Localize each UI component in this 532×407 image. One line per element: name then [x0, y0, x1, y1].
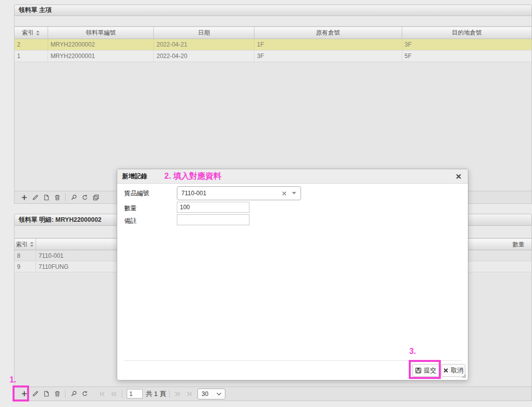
main-row[interactable]: 1 MRYH22000001 2022-04-20 3F 5F [14, 51, 532, 62]
cell-order-no: MRYH22000001 [48, 51, 154, 62]
close-icon[interactable] [454, 172, 463, 181]
sort-icon [30, 241, 34, 247]
note-input[interactable] [177, 214, 249, 225]
resize-handle[interactable] [461, 373, 466, 378]
sort-icon [36, 30, 40, 36]
edit-icon[interactable] [30, 389, 41, 399]
main-grid-header: 索引 領料單編號 日期 原有倉號 目的地倉號 [14, 27, 532, 39]
main-col-from-wh[interactable]: 原有倉號 [254, 27, 402, 39]
dialog-titlebar[interactable]: 新增記錄 2. 填入對應資料 [117, 169, 468, 184]
dialog-footer-divider [124, 360, 462, 361]
detail-toolbar: 共 1 頁 30 [14, 386, 532, 401]
chevron-down-icon[interactable] [292, 192, 297, 195]
cell-date: 2022-04-21 [154, 39, 254, 50]
annotation-step2: 2. 填入對應資料 [164, 171, 221, 182]
pager-last-icon[interactable] [183, 389, 194, 399]
pager-next-icon[interactable] [172, 389, 183, 399]
annotation-step1: 1. [10, 375, 16, 384]
detail-panel-title: 領料單 明細: MRYH22000002 [19, 216, 102, 224]
add-icon[interactable] [19, 389, 30, 399]
annotation-step3: 3. [409, 347, 416, 356]
cell-index: 1 [15, 51, 48, 62]
item-code-value: 7110-001 [181, 190, 206, 197]
main-col-to-wh[interactable]: 目的地倉號 [402, 27, 532, 39]
cancel-x-icon [443, 368, 448, 373]
clear-icon[interactable] [282, 191, 287, 196]
quantity-input[interactable] [177, 202, 249, 213]
chevron-down-icon [216, 392, 221, 395]
pager-first-icon[interactable] [97, 389, 108, 399]
toolbar-separator [65, 390, 66, 398]
cell-index: 8 [15, 250, 36, 261]
cell-from-wh: 3F [254, 51, 402, 62]
delete-icon[interactable] [52, 192, 63, 202]
delete-icon[interactable] [52, 389, 63, 399]
submit-button[interactable]: 提交 [412, 364, 439, 377]
refresh-icon[interactable] [79, 192, 90, 202]
save-icon [415, 367, 421, 373]
cell-to-wh: 5F [402, 51, 532, 62]
cell-from-wh: 1F [254, 39, 402, 50]
quantity-label: 數量 [124, 204, 137, 213]
cell-to-wh: 3F [402, 39, 532, 50]
detail-col-index[interactable]: 索引 [15, 239, 36, 250]
cell-order-no: MRYH22000002 [48, 39, 154, 50]
toolbar-separator [169, 390, 170, 398]
view-icon[interactable] [41, 389, 52, 399]
dialog-title: 新增記錄 [122, 172, 147, 181]
page-size-select[interactable]: 30 [197, 388, 225, 399]
cell-index: 2 [15, 39, 48, 50]
main-col-order-no[interactable]: 領料單編號 [48, 27, 154, 39]
main-col-date[interactable]: 日期 [154, 27, 254, 39]
search-icon[interactable] [68, 192, 79, 202]
item-code-combobox[interactable]: 7110-001 [177, 186, 301, 200]
toolbar-separator [122, 390, 122, 398]
add-icon[interactable] [19, 192, 30, 202]
refresh-icon[interactable] [79, 389, 90, 399]
app-window: 領料單 主項 索引 領料單編號 日期 原有倉號 目的地倉號 2 MRYH2200… [0, 0, 532, 407]
edit-icon[interactable] [30, 192, 41, 202]
main-col-index[interactable]: 索引 [15, 27, 48, 39]
main-row-selected[interactable]: 2 MRYH22000002 2022-04-21 1F 3F [14, 39, 532, 51]
clone-icon[interactable] [90, 192, 101, 202]
pager-total-label: 共 1 頁 [146, 389, 166, 398]
pager-prev-icon[interactable] [108, 389, 119, 399]
main-panel-header: 領料單 主項 [14, 5, 532, 16]
pager-page-input[interactable] [127, 389, 143, 398]
search-icon[interactable] [68, 389, 79, 399]
toolbar-separator [65, 193, 66, 201]
note-label: 備註 [124, 217, 137, 225]
item-code-label: 貨品編號 [124, 189, 149, 198]
main-grid-caption-bar [14, 16, 532, 27]
main-panel-title: 領料單 主項 [19, 6, 52, 15]
view-icon[interactable] [41, 192, 52, 202]
cell-date: 2022-04-20 [154, 51, 254, 62]
cell-index: 9 [15, 261, 36, 272]
